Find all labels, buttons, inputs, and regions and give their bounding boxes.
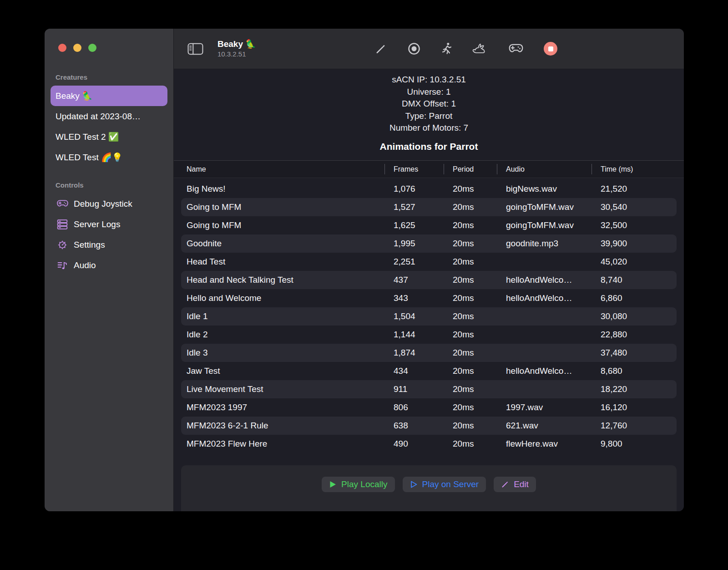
cell-name: MFM2023 1997 <box>181 402 384 412</box>
sidebar-item-label: WLED Test 🌈💡 <box>56 152 122 163</box>
stop-button[interactable] <box>544 42 557 56</box>
play-on-server-button[interactable]: Play on Server <box>403 477 486 492</box>
cell-time: 18,220 <box>592 384 677 394</box>
cell-period: 20ms <box>444 311 497 321</box>
gamepad-icon <box>56 198 69 209</box>
rabbit-icon <box>472 42 488 55</box>
sidebar-toggle-button[interactable] <box>187 43 203 55</box>
table-row[interactable]: Head and Neck Talking Test 437 20ms hell… <box>181 271 677 289</box>
cell-time: 6,860 <box>592 293 677 303</box>
sidebar-item-wled-test[interactable]: WLED Test 🌈💡 <box>51 147 167 168</box>
sidebar-item-updated[interactable]: Updated at 2023-08… <box>51 106 167 127</box>
dmx-offset-line: DMX Offset: 1 <box>174 98 684 110</box>
record-button[interactable] <box>407 42 421 56</box>
cell-period: 20ms <box>444 239 497 249</box>
sidebar-item-label: Beaky 🦜 <box>56 91 93 101</box>
toolbar-actions <box>374 42 557 56</box>
cell-audio: helloAndWelco… <box>497 293 592 303</box>
gear-icon <box>56 239 69 250</box>
table-row[interactable]: Head Test 2,251 20ms 45,020 <box>181 253 677 271</box>
sidebar: Creatures Beaky 🦜 Updated at 2023-08… WL… <box>45 29 174 511</box>
table-row[interactable]: Going to MFM 1,625 20ms goingToMFM.wav 3… <box>181 216 677 234</box>
cell-frames: 1,527 <box>384 202 444 212</box>
cell-name: Head Test <box>181 257 384 267</box>
cell-name: MFM2023 6-2-1 Rule <box>181 421 384 431</box>
table-row[interactable]: Going to MFM 1,527 20ms goingToMFM.wav 3… <box>181 198 677 216</box>
table-row[interactable]: Big News! 1,076 20ms bigNews.wav 21,520 <box>181 180 677 198</box>
cell-time: 30,080 <box>592 311 677 321</box>
cell-period: 20ms <box>444 439 497 449</box>
cell-time: 21,520 <box>592 184 677 194</box>
cell-audio: goingToMFM.wav <box>497 220 592 230</box>
joystick-mode-button[interactable] <box>508 43 524 55</box>
table-row[interactable]: Idle 3 1,874 20ms 37,480 <box>181 344 677 362</box>
table-row[interactable]: MFM2023 Flew Here 490 20ms flewHere.wav … <box>181 435 677 453</box>
fast-run-button[interactable] <box>472 42 488 55</box>
table-row[interactable]: Hello and Welcome 343 20ms helloAndWelco… <box>181 289 677 307</box>
table-row[interactable]: Idle 2 1,144 20ms 22,880 <box>181 326 677 344</box>
cell-name: Idle 3 <box>181 348 384 358</box>
close-window-button[interactable] <box>58 44 66 52</box>
cell-frames: 437 <box>384 275 444 285</box>
cell-time: 45,020 <box>592 257 677 267</box>
table-row[interactable]: MFM2023 6-2-1 Rule 638 20ms 621.wav 12,7… <box>181 417 677 435</box>
cell-audio: bigNews.wav <box>497 184 592 194</box>
sidebar-item-settings[interactable]: Settings <box>51 234 167 255</box>
sidebar-item-audio[interactable]: Audio <box>51 255 167 275</box>
edit-button[interactable]: Edit <box>494 477 536 492</box>
animations-table-body: Big News! 1,076 20ms bigNews.wav 21,520 … <box>174 178 684 453</box>
table-row[interactable]: MFM2023 1997 806 20ms 1997.wav 16,120 <box>181 398 677 417</box>
cell-time: 32,500 <box>592 220 677 230</box>
cell-audio: flewHere.wav <box>497 439 592 449</box>
column-header-time[interactable]: Time (ms) <box>592 161 677 178</box>
zoom-window-button[interactable] <box>88 44 96 52</box>
minimize-window-button[interactable] <box>73 44 81 52</box>
run-animation-button[interactable] <box>441 42 452 56</box>
cell-name: Big News! <box>181 184 384 194</box>
cell-frames: 806 <box>384 402 444 412</box>
gamepad-icon <box>508 43 524 55</box>
sidebar-item-label: Debug Joystick <box>74 199 132 209</box>
cell-time: 12,760 <box>592 421 677 431</box>
controls-section-label: Controls <box>45 181 173 189</box>
cell-frames: 911 <box>384 384 444 394</box>
cell-audio: 1997.wav <box>497 402 592 412</box>
table-row[interactable]: Idle 1 1,504 20ms 30,080 <box>181 307 677 326</box>
column-header-name[interactable]: Name <box>181 161 384 178</box>
sidebar-item-beaky[interactable]: Beaky 🦜 <box>51 86 167 106</box>
sidebar-item-wled-test-2[interactable]: WLED Test 2 ✅ <box>51 127 167 147</box>
column-header-frames[interactable]: Frames <box>384 161 444 178</box>
sacn-ip-line: sACN IP: 10.3.2.51 <box>174 74 684 86</box>
table-row[interactable]: Live Movement Test 911 20ms 18,220 <box>181 380 677 398</box>
column-header-audio[interactable]: Audio <box>497 161 592 178</box>
table-row[interactable]: Goodnite 1,995 20ms goodnite.mp3 39,900 <box>181 234 677 253</box>
cell-name: Idle 1 <box>181 311 384 321</box>
play-locally-button[interactable]: Play Locally <box>322 477 394 492</box>
creature-info: sACN IP: 10.3.2.51 Universe: 1 DMX Offse… <box>174 69 684 160</box>
cell-name: Going to MFM <box>181 202 384 212</box>
cell-time: 8,680 <box>592 366 677 376</box>
column-header-period[interactable]: Period <box>444 161 497 178</box>
cell-frames: 1,076 <box>384 184 444 194</box>
sidebar-item-server-logs[interactable]: Server Logs <box>51 214 167 234</box>
cell-time: 22,880 <box>592 330 677 340</box>
cell-frames: 1,144 <box>384 330 444 340</box>
cell-time: 16,120 <box>592 402 677 412</box>
main-content: Beaky 🦜 10.3.2.51 <box>174 29 684 511</box>
cell-audio: 621.wav <box>497 421 592 431</box>
cell-name: Head and Neck Talking Test <box>181 275 384 285</box>
edit-creature-button[interactable] <box>374 42 387 55</box>
cell-audio: helloAndWelco… <box>497 275 592 285</box>
edit-label: Edit <box>514 479 529 489</box>
cell-audio: helloAndWelco… <box>497 366 592 376</box>
sidebar-item-debug-joystick[interactable]: Debug Joystick <box>51 193 167 214</box>
toolbar: Beaky 🦜 10.3.2.51 <box>174 29 684 69</box>
cell-frames: 1,995 <box>384 239 444 249</box>
record-icon <box>407 42 421 56</box>
cell-period: 20ms <box>444 330 497 340</box>
cell-time: 8,740 <box>592 275 677 285</box>
sidebar-item-label: Audio <box>74 260 96 270</box>
runner-icon <box>441 42 452 56</box>
table-row[interactable]: Jaw Test 434 20ms helloAndWelco… 8,680 <box>181 362 677 380</box>
animations-heading: Animations for Parrot <box>174 141 684 152</box>
